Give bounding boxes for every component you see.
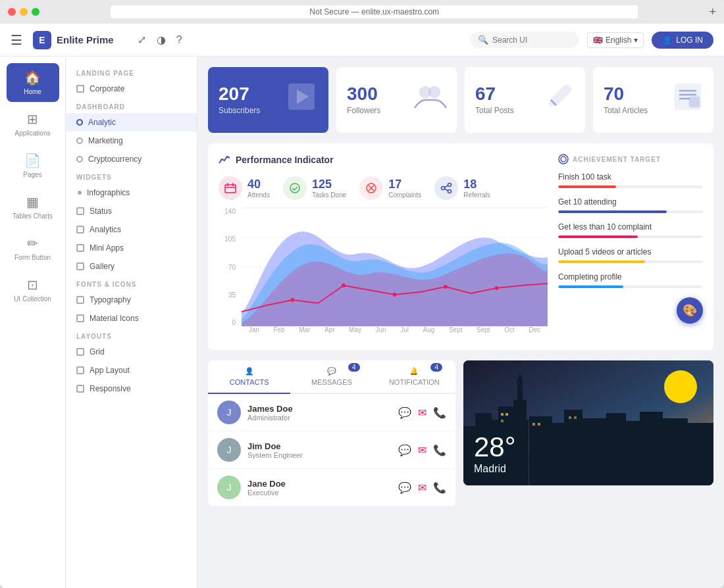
nav-label-analytic: Analytic xyxy=(88,118,116,127)
x-label-apr: Apr xyxy=(324,326,335,339)
nav-item-crypto[interactable]: Cryptocurrency xyxy=(66,150,197,168)
chart-y-labels: 140 105 70 35 0 xyxy=(219,208,238,326)
close-button[interactable] xyxy=(8,8,16,16)
nav-item-gallery[interactable]: Gallery xyxy=(66,257,197,276)
nav-icon-miniapps xyxy=(76,244,84,252)
contact-email-icon-0[interactable]: ✉ xyxy=(418,406,427,419)
left-nav: LANDING PAGE Corporate DASHBOARD Analyti… xyxy=(66,57,197,588)
nav-item-applayout[interactable]: App Layout xyxy=(66,361,197,380)
stat-icon-followers xyxy=(413,83,446,117)
nav-icon-material xyxy=(76,314,84,322)
x-label-jun: Jun xyxy=(376,326,386,339)
contact-phone-icon-0[interactable]: 📞 xyxy=(433,406,446,419)
stat-label-posts: Total Posts xyxy=(475,106,514,115)
nav-item-material-icons[interactable]: Material Icons xyxy=(66,309,197,328)
tab-notification[interactable]: 🔔 NOTIFICATION 4 xyxy=(373,360,455,393)
sidebar-item-ui[interactable]: ⊡ UI Collection xyxy=(7,270,59,309)
contact-item-0: J James Doe Administrator 💬 ✉ 📞 xyxy=(208,394,455,431)
tab-contacts[interactable]: 👤 CONTACTS xyxy=(208,360,290,394)
complaints-icon xyxy=(359,176,383,200)
language-selector[interactable]: 🇬🇧 English ▾ xyxy=(587,32,644,48)
home-icon: 🏠 xyxy=(24,70,41,86)
target-icon xyxy=(558,154,569,164)
nav-item-status[interactable]: Status xyxy=(66,202,197,220)
sidebar-item-form[interactable]: ✏ Form Button xyxy=(7,229,59,268)
attends-number: 40 xyxy=(247,178,270,191)
svg-point-20 xyxy=(448,190,452,193)
stat-icon-subscribers xyxy=(285,80,318,120)
progress-bar-3 xyxy=(558,260,703,263)
url-bar[interactable]: Not Secure — enlite.ux-maestro.com xyxy=(111,5,638,18)
contact-chat-icon-0[interactable]: 💬 xyxy=(398,406,411,419)
svg-point-18 xyxy=(442,187,445,190)
nav-icon-analytics xyxy=(76,226,84,233)
sidebar-item-tables[interactable]: ▦ Tables Charts xyxy=(7,187,59,226)
nav-item-analytics[interactable]: Analytics xyxy=(66,220,197,239)
achievement-title: ACHIEVEMENT TARGET xyxy=(573,156,661,163)
nav-item-analytic[interactable]: Analytic xyxy=(66,113,197,132)
logo-icon: E xyxy=(33,31,51,49)
minimize-button[interactable] xyxy=(20,8,28,16)
contact-avatar-2: J xyxy=(217,476,241,499)
nav-label-status: Status xyxy=(90,207,112,216)
messages-tab-icon: 💬 xyxy=(327,367,336,376)
topnav: ☰ E Enlite Prime ⤢ ◑ ? 🔍 🇬🇧 English ▾ xyxy=(0,24,724,57)
tab-messages[interactable]: 💬 MESSAGES 4 xyxy=(290,360,373,393)
nav-item-infographics[interactable]: Infographics xyxy=(66,184,197,202)
sidebar-label-pages: Pages xyxy=(23,171,41,178)
achievement-label-4: Completing profile xyxy=(558,272,703,282)
weather-card: 28° Madrid xyxy=(463,360,713,485)
svg-point-31 xyxy=(444,285,448,289)
nav-icon-responsive xyxy=(76,385,84,393)
contact-avatar-1: J xyxy=(217,438,241,462)
theme-icon[interactable]: ◑ xyxy=(157,34,166,46)
svg-rect-9 xyxy=(690,97,699,107)
sidebar-label-applications: Applications xyxy=(15,130,51,137)
stat-icon-articles xyxy=(673,82,703,118)
notification-badge: 4 xyxy=(430,363,442,372)
nav-item-corporate[interactable]: Corporate xyxy=(66,80,197,98)
sidebar-item-home[interactable]: 🏠 Home xyxy=(7,63,59,102)
progress-fill-3 xyxy=(558,260,645,263)
nav-section-landing: LANDING PAGE xyxy=(66,64,197,80)
tasks-number: 125 xyxy=(312,178,346,191)
contact-chat-icon-2[interactable]: 💬 xyxy=(398,481,411,494)
contact-phone-icon-2[interactable]: 📞 xyxy=(433,481,446,494)
contact-phone-icon-1[interactable]: 📞 xyxy=(433,444,446,456)
nav-label-material: Material Icons xyxy=(90,314,139,323)
contact-email-icon-2[interactable]: ✉ xyxy=(418,481,427,494)
sidebar-item-pages[interactable]: 📄 Pages xyxy=(7,146,59,185)
svg-point-32 xyxy=(495,286,499,290)
sidebar-item-applications[interactable]: ⊞ Applications xyxy=(7,105,59,143)
traffic-lights xyxy=(8,8,39,16)
nav-item-miniapps[interactable]: Mini Apps xyxy=(66,239,197,257)
svg-point-14 xyxy=(290,184,299,193)
search-input[interactable] xyxy=(492,36,571,45)
tab-add-button[interactable]: + xyxy=(709,5,716,19)
contact-item-2: J Jane Doe Executive 💬 ✉ 📞 xyxy=(208,469,455,506)
contact-email-icon-1[interactable]: ✉ xyxy=(418,444,427,456)
content-area: 🏠 Home ⊞ Applications 📄 Pages ▦ Tables C… xyxy=(0,57,724,588)
nav-icon-crypto xyxy=(76,156,83,162)
expand-icon[interactable]: ⤢ xyxy=(138,34,146,46)
referrals-info: 18 Referrals xyxy=(463,178,490,199)
attends-icon xyxy=(219,176,242,200)
achievement-label-0: Finish 100 task xyxy=(558,172,703,182)
y-label-70: 70 xyxy=(228,264,236,271)
contact-actions-1: 💬 ✉ 📞 xyxy=(398,444,446,456)
fab-button[interactable]: 🎨 xyxy=(677,297,703,324)
nav-item-marketing[interactable]: Marketing xyxy=(66,132,197,150)
nav-section-fonts: FONTS & ICONS xyxy=(66,276,197,291)
login-button[interactable]: 👤 LOG IN xyxy=(652,32,713,49)
contact-chat-icon-1[interactable]: 💬 xyxy=(398,444,411,456)
nav-item-responsive[interactable]: Responsive xyxy=(66,380,197,398)
nav-item-typography[interactable]: Typography xyxy=(66,291,197,309)
maximize-button[interactable] xyxy=(32,8,39,16)
sidebar-label-tables: Tables Charts xyxy=(13,212,53,220)
achievement-item-2: Get less than 10 complaint xyxy=(558,222,703,238)
referrals-number: 18 xyxy=(463,178,490,191)
help-icon[interactable]: ? xyxy=(176,34,182,46)
nav-label-grid: Grid xyxy=(90,347,105,356)
menu-icon[interactable]: ☰ xyxy=(11,32,22,48)
nav-item-grid[interactable]: Grid xyxy=(66,343,197,361)
